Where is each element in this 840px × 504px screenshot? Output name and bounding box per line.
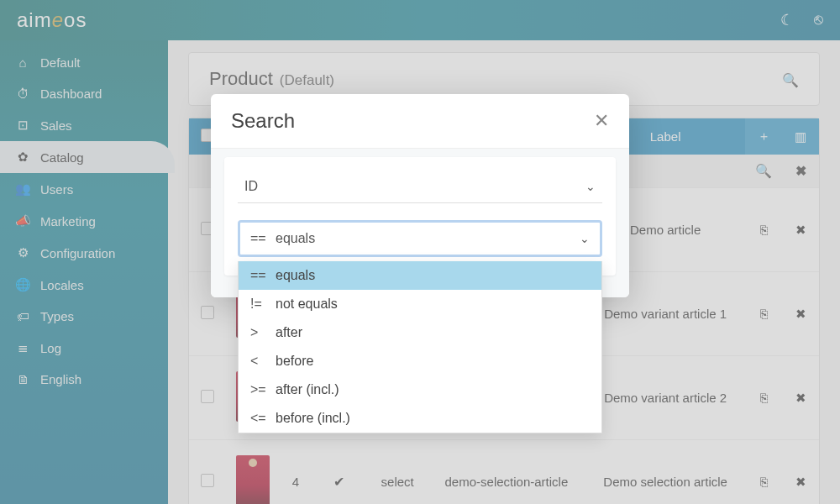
modal-title: Search (231, 109, 295, 133)
operator-option[interactable]: ==equals (239, 261, 601, 290)
operator-option[interactable]: <=before (incl.) (239, 404, 601, 433)
operator-option-symbol: > (250, 325, 276, 340)
operator-option[interactable]: !=not equals (239, 290, 601, 318)
operator-option-label: before (incl.) (276, 411, 350, 426)
operator-option-symbol: == (250, 268, 276, 283)
operator-select[interactable]: ==equals ⌄ (238, 220, 602, 257)
operator-symbol: == (250, 231, 276, 246)
operator-option[interactable]: >=after (incl.) (239, 375, 601, 404)
field-select[interactable]: ID ⌄ (238, 174, 602, 203)
operator-option-label: equals (276, 268, 315, 283)
operator-option-label: before (276, 354, 313, 369)
close-icon[interactable]: ✕ (594, 110, 609, 132)
operator-label: equals (276, 231, 315, 245)
operator-option-symbol: != (250, 297, 276, 312)
operator-option-symbol: < (250, 354, 276, 369)
operator-option-label: not equals (276, 297, 338, 312)
chevron-down-icon: ⌄ (585, 180, 596, 193)
operator-option[interactable]: >after (239, 318, 601, 347)
operator-option-label: after (incl.) (276, 382, 339, 397)
operator-option-symbol: >= (250, 382, 276, 397)
operator-dropdown: ==equals!=not equals>after<before>=after… (238, 261, 602, 433)
field-select-value: ID (244, 179, 258, 194)
operator-option-label: after (276, 325, 302, 340)
operator-option-symbol: <= (250, 411, 276, 426)
chevron-down-icon: ⌄ (580, 232, 590, 245)
operator-option[interactable]: <before (239, 347, 601, 375)
search-modal: Search ✕ ID ⌄ ==equals ⌄ ==equals!=not e… (211, 94, 629, 297)
